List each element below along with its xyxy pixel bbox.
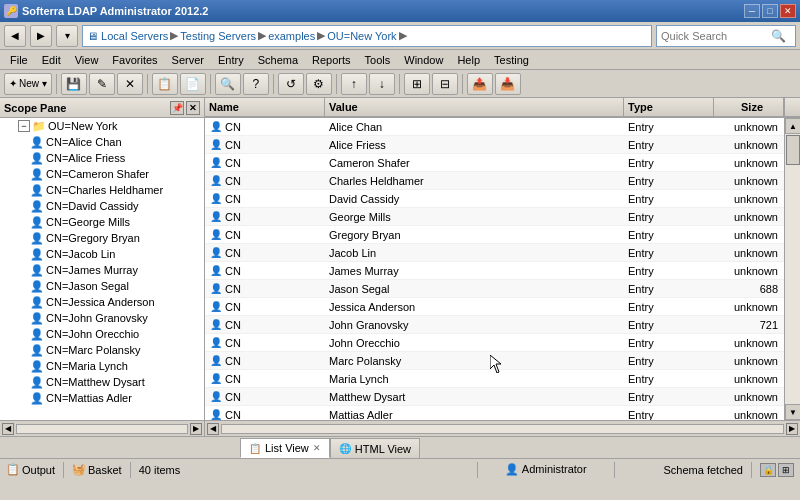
menu-schema[interactable]: Schema [252,52,304,68]
tree-item[interactable]: 👤 CN=Marc Polansky [0,342,204,358]
hscroll-track[interactable] [16,424,188,434]
table-row[interactable]: 👤 CN Charles Heldhamer Entry unknown [205,172,784,190]
tab-list-view[interactable]: 📋 List View ✕ [240,438,330,458]
table-row[interactable]: 👤 CN John Granovsky Entry 721 [205,316,784,334]
paste-button[interactable]: 📄 [180,73,206,95]
scroll-right-button[interactable]: ▶ [786,423,798,435]
menu-edit[interactable]: Edit [36,52,67,68]
scroll-up-button[interactable]: ▲ [785,118,800,134]
menu-testing[interactable]: Testing [488,52,535,68]
tree-item[interactable]: 👤 CN=Maria Lynch [0,358,204,374]
menu-window[interactable]: Window [398,52,449,68]
scroll-right-button[interactable]: ▶ [190,423,202,435]
dropdown-button[interactable]: ▾ [56,25,78,47]
table-row[interactable]: 👤 CN Matthew Dysart Entry unknown [205,388,784,406]
scope-close-button[interactable]: ✕ [186,101,200,115]
tree-item[interactable]: 👤 CN=Alice Friess [0,150,204,166]
help-button[interactable]: ? [243,73,269,95]
content-hscrollbar[interactable]: ◀ ▶ [205,420,800,436]
col-header-name[interactable]: Name [205,98,325,116]
tree-item[interactable]: 👤 CN=Cameron Shafer [0,166,204,182]
menu-help[interactable]: Help [451,52,486,68]
delete-button[interactable]: ✕ [117,73,143,95]
scroll-left-button[interactable]: ◀ [2,423,14,435]
table-row[interactable]: 👤 CN Mattias Adler Entry unknown [205,406,784,420]
menu-favorites[interactable]: Favorites [106,52,163,68]
menu-tools[interactable]: Tools [359,52,397,68]
settings-button[interactable]: ⚙ [306,73,332,95]
col-header-size[interactable]: Size [714,98,784,116]
new-button[interactable]: ✦ New ▾ [4,73,52,95]
table-row[interactable]: 👤 CN Alice Chan Entry unknown [205,118,784,136]
tree-item[interactable]: 👤 CN=John Granovsky [0,310,204,326]
nav-down-button[interactable]: ↓ [369,73,395,95]
table-row[interactable]: 👤 CN Jacob Lin Entry unknown [205,244,784,262]
vscroll-track[interactable] [785,134,800,404]
export-button[interactable]: 📤 [467,73,493,95]
minimize-button[interactable]: ─ [744,4,760,18]
tab-html-view[interactable]: 🌐 HTML View [330,438,420,458]
tree-item[interactable]: 👤 CN=Gregory Bryan [0,230,204,246]
tree-item[interactable]: 👤 CN=Alice Chan [0,134,204,150]
maximize-button[interactable]: □ [762,4,778,18]
scope-controls[interactable]: 📌 ✕ [170,101,200,115]
import-button[interactable]: 📥 [495,73,521,95]
tree-item[interactable]: 👤 CN=Jessica Anderson [0,294,204,310]
breadcrumb-item[interactable]: OU=New York [327,30,396,42]
tree-root[interactable]: − 📁 OU=New York [0,118,204,134]
table-row[interactable]: 👤 CN Cameron Shafer Entry unknown [205,154,784,172]
vscroll-thumb[interactable] [786,135,800,165]
copy-button[interactable]: 📋 [152,73,178,95]
breadcrumb-item[interactable]: Testing Servers [180,30,256,42]
vscrollbar[interactable]: ▲ ▼ [784,118,800,420]
scope-hscrollbar[interactable]: ◀ ▶ [0,420,204,436]
search-input[interactable] [661,30,771,42]
table-row[interactable]: 👤 CN James Murray Entry unknown [205,262,784,280]
scroll-left-button[interactable]: ◀ [207,423,219,435]
basket-tab[interactable]: 🧺 Basket [72,463,122,476]
col-header-type[interactable]: Type [624,98,714,116]
expand-button[interactable]: ⊞ [404,73,430,95]
status-icon-1[interactable]: 🔒 [760,463,776,477]
search-icon[interactable]: 🔍 [771,29,786,43]
table-row[interactable]: 👤 CN Gregory Bryan Entry unknown [205,226,784,244]
status-icon-2[interactable]: ⊞ [778,463,794,477]
back-button[interactable]: ◀ [4,25,26,47]
tree-item[interactable]: 👤 CN=James Murray [0,262,204,278]
hscroll-track[interactable] [221,424,784,434]
status-icons[interactable]: 🔒 ⊞ [760,463,794,477]
table-row[interactable]: 👤 CN Jason Segal Entry 688 [205,280,784,298]
window-controls[interactable]: ─ □ ✕ [744,4,796,18]
tab-close-button[interactable]: ✕ [313,443,321,453]
tree-item[interactable]: 👤 CN=Jason Segal [0,278,204,294]
table-row[interactable]: 👤 CN John Orecchio Entry unknown [205,334,784,352]
tree-item[interactable]: 👤 CN=John Orecchio [0,326,204,342]
menu-server[interactable]: Server [166,52,210,68]
nav-up-button[interactable]: ↑ [341,73,367,95]
content-scroll[interactable]: 👤 CN Alice Chan Entry unknown 👤 CN Alice… [205,118,784,420]
tree-item[interactable]: 👤 CN=Matthew Dysart [0,374,204,390]
search-box[interactable]: 🔍 [656,25,796,47]
tree-item[interactable]: 👤 CN=David Cassidy [0,198,204,214]
breadcrumb[interactable]: 🖥 Local Servers ▶ Testing Servers ▶ exam… [82,25,652,47]
table-row[interactable]: 👤 CN George Mills Entry unknown [205,208,784,226]
tree-item[interactable]: 👤 CN=Jacob Lin [0,246,204,262]
scroll-down-button[interactable]: ▼ [785,404,800,420]
tree-item[interactable]: 👤 CN=George Mills [0,214,204,230]
col-header-value[interactable]: Value [325,98,624,116]
collapse-button[interactable]: ⊟ [432,73,458,95]
breadcrumb-item[interactable]: examples [268,30,315,42]
table-row[interactable]: 👤 CN Jessica Anderson Entry unknown [205,298,784,316]
table-row[interactable]: 👤 CN Maria Lynch Entry unknown [205,370,784,388]
output-tab[interactable]: 📋 Output [6,463,55,476]
menu-entry[interactable]: Entry [212,52,250,68]
tree-item[interactable]: 👤 CN=Mattias Adler [0,390,204,406]
tree-expand[interactable]: − [18,120,30,132]
table-row[interactable]: 👤 CN David Cassidy Entry unknown [205,190,784,208]
refresh-button[interactable]: ↺ [278,73,304,95]
scope-tree[interactable]: − 📁 OU=New York 👤 CN=Alice Chan 👤 CN=Ali… [0,118,204,420]
save-button[interactable]: 💾 [61,73,87,95]
tree-item[interactable]: 👤 CN=Charles Heldhamer [0,182,204,198]
forward-button[interactable]: ▶ [30,25,52,47]
scope-pin-button[interactable]: 📌 [170,101,184,115]
